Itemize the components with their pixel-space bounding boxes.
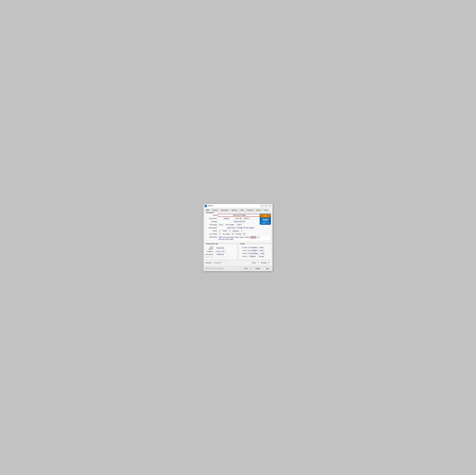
level3-value: 8 MBytes xyxy=(248,255,257,258)
specification-row: Specification Intel® Core™ i7-4790K CPU … xyxy=(206,227,270,229)
tools-dropdown-arrow[interactable]: ▼ xyxy=(249,267,252,270)
extfamily-value: 6 xyxy=(218,233,222,235)
level3-way: 16-way xyxy=(258,255,265,258)
processor-group: Processor xyxy=(204,213,272,243)
tab-caches[interactable]: Caches xyxy=(211,209,219,212)
multiplier-row: Multiplier x 8.0 ( 8 - 44 ) xyxy=(205,250,236,253)
l1data-way: 8-way xyxy=(258,246,265,249)
svg-text:Z: Z xyxy=(205,206,206,206)
window-controls: — □ ✕ xyxy=(260,205,272,207)
clocks-panel: Clocks (Core #0) Core Speed 799.81 MHz M… xyxy=(204,244,238,260)
cache-title: Cache xyxy=(240,243,245,245)
busspeed-label: Bus Speed xyxy=(205,254,213,255)
corevoltage-label: Core Voltage xyxy=(225,224,234,226)
bottom-panels: Clocks (Core #0) Core Speed 799.81 MHz M… xyxy=(204,244,272,260)
processor-select[interactable]: Processor #1 xyxy=(212,262,225,264)
extfamily-row: Ext. Family 6 Ext. Model 3C Revision C0 xyxy=(206,233,270,235)
instructions-label: Instructions xyxy=(206,236,217,238)
threads-label: Threads xyxy=(261,262,266,264)
intel-core: CORE™ i7 xyxy=(261,222,269,224)
technology-value: 22 nm xyxy=(218,224,224,226)
tools-button[interactable]: Tools xyxy=(243,267,249,270)
close-footer-button[interactable]: Close xyxy=(263,267,271,270)
model-label: Model xyxy=(223,230,227,232)
l1data-value: 4 x 32 KBytes xyxy=(248,246,258,249)
technology-label: Technology xyxy=(206,224,217,226)
level2-row: Level 2 4 x 256 KBytes 8-way xyxy=(240,252,271,255)
tab-cpu[interactable]: CPU xyxy=(204,209,211,212)
instructions-row: Instructions MMX, SSE, SSE2, SSE3, SSSE3… xyxy=(206,236,270,241)
cores-label: Cores xyxy=(252,262,256,264)
corespeed-row: Core Speed 799.81 MHz xyxy=(205,246,236,250)
tab-about[interactable]: About xyxy=(263,209,270,212)
validate-button[interactable]: Validate xyxy=(253,267,262,270)
stepping-label: Stepping xyxy=(233,230,238,232)
window-title: CPU-Z xyxy=(208,205,259,207)
titlebar: Z CPU-Z — □ ✕ xyxy=(204,204,272,208)
instructions-value: MMX, SSE, SSE2, SSE3, SSSE3, SSE4.1, SSE… xyxy=(218,236,270,241)
level3-row: Level 3 8 MBytes 16-way xyxy=(240,255,271,258)
close-button[interactable]: ✕ xyxy=(268,205,272,207)
tab-mainboard[interactable]: Mainboard xyxy=(220,209,230,212)
l1inst-value: 4 x 32 KBytes xyxy=(248,249,258,252)
maximize-button[interactable]: □ xyxy=(264,205,268,207)
codename-label: Code Name xyxy=(206,218,217,219)
l1data-label: L1 Data xyxy=(240,247,247,248)
main-window: Z CPU-Z — □ ✕ CPU Caches Mainboard Memor… xyxy=(203,204,273,271)
revision-label: Revision xyxy=(236,233,241,235)
level2-value: 4 x 256 KBytes xyxy=(248,252,259,255)
ratedfsb-row: Rated FSB xyxy=(205,256,236,258)
threads-value: 8 xyxy=(267,262,271,264)
maxtdp-value: 88.0 W xyxy=(243,217,250,220)
specification-value: Intel® Core™ i7-4790K CPU @ 4.00GHz xyxy=(218,227,264,229)
maxtdp-label: Max TDP xyxy=(236,218,242,219)
name-value: Intel Core i7 4790K xyxy=(218,214,261,217)
app-icon: Z xyxy=(204,205,207,207)
level2-label: Level 2 xyxy=(240,253,247,254)
processor-select-wrapper: Processor #1 xyxy=(212,262,225,264)
family-row: Family 6 Model C Stepping 3 xyxy=(206,230,270,232)
multiplier-value: x 8.0 ( 8 - 44 ) xyxy=(213,250,227,253)
processor-group-title: Processor xyxy=(206,212,214,213)
footer: CPU-Z Ver. 1.78.1.x64 Tools ▼ Validate C… xyxy=(204,266,272,271)
model-value: C xyxy=(228,230,232,232)
family-label: Family xyxy=(206,230,217,232)
tab-memory[interactable]: Memory xyxy=(230,209,239,212)
corevoltage-value: 0.032 V xyxy=(235,224,244,226)
tab-bench[interactable]: Bench xyxy=(255,209,262,212)
level2-way: 8-way xyxy=(259,252,266,255)
busspeed-value: 99.98 MHz xyxy=(213,253,227,256)
codename-value: Haswell xyxy=(218,217,235,220)
intel-badge: intel inside® CORE™ i7 xyxy=(260,213,271,225)
tab-bar: CPU Caches Mainboard Memory SPD Graphics… xyxy=(204,208,272,212)
main-content: Processor xyxy=(204,212,272,266)
corespeed-value: 799.81 MHz xyxy=(213,247,227,249)
cache-panel: Cache L1 Data 4 x 32 KBytes 8-way L1 Ins… xyxy=(238,244,272,260)
ratedfsb-label: Rated FSB xyxy=(205,256,213,258)
l1inst-row: L1 Inst. 4 x 32 KBytes 8-way xyxy=(240,249,271,252)
l1inst-label: L1 Inst. xyxy=(240,250,247,251)
l1data-row: L1 Data 4 x 32 KBytes 8-way xyxy=(240,246,271,249)
intel-inside: inside® xyxy=(264,221,267,222)
footer-version: Ver. 1.78.1.x64 xyxy=(213,268,242,269)
extmodel-value: 3C xyxy=(231,233,235,235)
selection-label: Selection xyxy=(205,262,211,264)
em64t-highlight: EM64T xyxy=(251,236,256,238)
tools-button-wrap: Tools ▼ xyxy=(243,267,252,270)
corespeed-label: Core Speed xyxy=(205,246,213,250)
revision-value: C0 xyxy=(242,233,246,235)
extmodel-label: Ext. Model xyxy=(223,233,230,235)
footer-logo: CPU-Z xyxy=(205,267,212,270)
stepping-value: 3 xyxy=(239,230,244,232)
minimize-button[interactable]: — xyxy=(260,205,264,207)
clocks-title: Clocks (Core #0) xyxy=(205,243,218,245)
tab-graphics[interactable]: Graphics xyxy=(245,209,255,212)
extfamily-label: Ext. Family xyxy=(206,233,217,235)
package-value: Socket 1150 LGA xyxy=(218,220,261,223)
busspeed-row: Bus Speed 99.98 MHz xyxy=(205,253,236,256)
cores-threads-section: Cores 4 Threads 8 xyxy=(252,262,271,264)
specification-label: Specification xyxy=(206,227,217,229)
name-label: Name xyxy=(206,214,217,216)
tab-spd[interactable]: SPD xyxy=(239,209,245,212)
ratedfsb-value xyxy=(213,257,227,258)
